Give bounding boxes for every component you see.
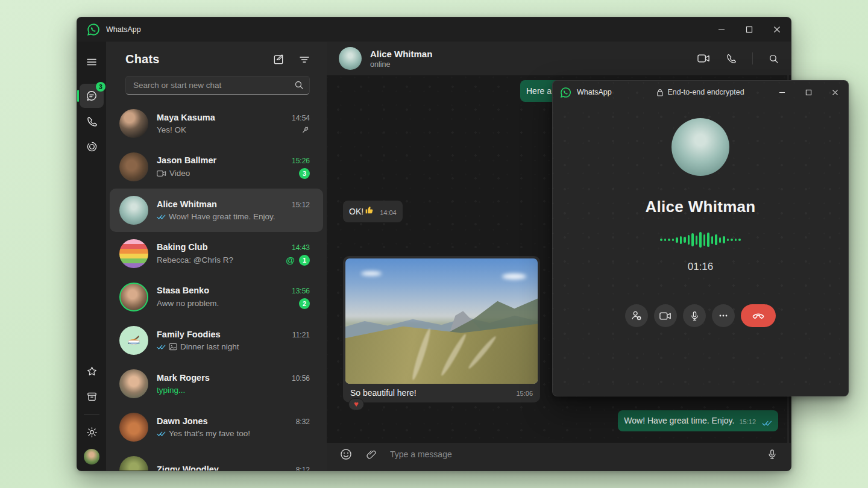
desktop: WhatsApp 3 [0,0,868,488]
call-contact-avatar [671,118,729,176]
chat-preview: Video [157,169,190,178]
chat-name: Dawn Jones [157,416,208,426]
unread-badge: 1 [299,255,310,266]
maximize-button[interactable] [735,17,763,42]
waveform-bar [699,232,702,248]
call-duration: 01:16 [688,261,714,273]
chat-preview: Yes that's my fave too! [157,429,250,438]
pinned-icon [301,125,310,134]
chat-avatar [119,369,148,398]
encryption-label: End-to-end endcrypted [667,88,744,96]
my-profile-avatar[interactable] [84,449,99,465]
chat-preview: typing... [157,386,185,395]
call-minimize-button[interactable] [769,81,795,104]
nav-settings[interactable] [80,420,104,444]
voice-waveform [660,231,741,249]
waveform-bar [688,235,690,245]
close-button[interactable] [763,17,791,42]
waveform-bar [719,237,722,243]
chat-list-item-stasa-benko[interactable]: Stasa Benko13:56Aww no problem.2 [110,275,323,319]
composer-bar [327,443,791,471]
chat-preview: Rebecca: @Chris R? [157,255,233,264]
search-icon [294,80,304,90]
emoji-icon[interactable] [340,448,352,460]
chat-name: Alice Whitman [157,199,217,209]
call-more-button[interactable] [712,304,735,327]
message-incoming-ok[interactable]: OK! 14:04 [343,201,403,222]
chat-preview: Wow! Have great time. Enjoy. [157,212,275,221]
chat-avatar [119,152,148,181]
read-receipt-icon [762,420,772,427]
nav-status[interactable] [80,134,104,158]
new-chat-icon[interactable] [273,54,285,65]
chat-list-item-jason-ballmer[interactable]: Jason Ballmer15:26Video3 [110,145,323,189]
end-call-button[interactable] [741,304,776,327]
call-titlebar: WhatsApp End-to-end endcrypted [553,81,848,104]
waveform-bar [731,239,733,241]
chat-name: Family Foodies [157,330,221,339]
rail-divider [84,414,99,415]
chat-name: Jason Ballmer [157,155,216,165]
chat-list-item-baking-club[interactable]: Baking Club14:43Rebecca: @Chris R?@1 [110,232,323,275]
voice-call-icon[interactable] [726,53,737,64]
call-window-controls [769,81,848,104]
search-input[interactable] [125,76,310,95]
filter-chats-icon[interactable] [299,54,310,65]
nav-starred[interactable] [80,359,104,383]
waveform-bar [727,239,729,241]
chat-list-item-alice-whitman[interactable]: Alice Whitman15:12Wow! Have great time. … [110,189,323,232]
chat-time: 11:21 [292,331,310,339]
call-action-bar [625,304,776,327]
call-maximize-button[interactable] [795,81,822,104]
photo-message-icon [169,343,177,351]
call-mute-button[interactable] [683,304,706,327]
message-photo[interactable]: So beautiful here! 15:06 [343,256,540,402]
photo-thumbnail[interactable] [345,258,538,384]
chat-list-item-family-foodies[interactable]: Family Foodies11:21Dinner last night [110,319,323,362]
minimize-button[interactable] [708,17,735,42]
chat-list-item-mark-rogers[interactable]: Mark Rogers10:56typing... [110,362,323,405]
waveform-bar [676,237,678,243]
video-message-icon [157,170,166,177]
chat-preview: Aww no problem. [157,299,219,308]
waveform-bar [684,237,686,243]
nav-archived[interactable] [80,384,104,408]
mic-icon[interactable] [767,449,778,460]
read-receipt-icon [157,214,166,220]
conversation-header: Alice Whitman online [327,42,791,75]
thumbs-up-emoji [365,205,374,214]
chat-name: Stasa Benko [157,286,209,295]
contact-avatar[interactable] [339,47,362,70]
attach-icon[interactable] [365,449,377,460]
chat-time: 14:43 [292,243,310,252]
contact-presence: online [370,60,432,69]
message-outgoing-wow[interactable]: Wow! Have great time. Enjoy. 15:12 [618,410,778,431]
nav-chats[interactable]: 3 [80,84,104,108]
waveform-bar [672,239,675,241]
contact-name[interactable]: Alice Whitman [370,49,432,59]
chat-list-item-ziggy-woodley[interactable]: Ziggy Woodley8:12 [110,449,323,471]
nav-calls[interactable] [80,109,104,133]
window-controls [708,17,791,42]
call-window: WhatsApp End-to-end endcrypted Alice Whi… [552,80,849,396]
chat-list-item-maya-kasuma[interactable]: Maya Kasuma14:54Yes! OK [110,102,323,145]
chat-avatar [119,109,148,138]
message-input[interactable] [390,449,753,459]
waveform-bar [680,236,682,244]
main-titlebar: WhatsApp [77,17,791,42]
chat-list: Maya Kasuma14:54Yes! OKJason Ballmer15:2… [106,102,327,471]
call-video-button[interactable] [654,304,677,327]
chat-name: Maya Kasuma [157,113,215,122]
photo-time: 15:06 [516,390,533,397]
menu-button[interactable] [80,50,104,74]
chat-avatar [119,456,148,471]
add-participant-button[interactable] [625,304,648,327]
heart-reaction[interactable]: ♥ [348,398,364,410]
call-contact-name: Alice Whitman [645,198,755,216]
lock-icon [656,89,663,96]
chat-list-item-dawn-jones[interactable]: Dawn Jones8:32Yes that's my fave too! [110,405,323,449]
search-in-chat-icon[interactable] [769,54,779,64]
call-close-button[interactable] [822,81,848,104]
video-call-icon[interactable] [697,54,710,63]
chat-avatar [119,239,148,268]
